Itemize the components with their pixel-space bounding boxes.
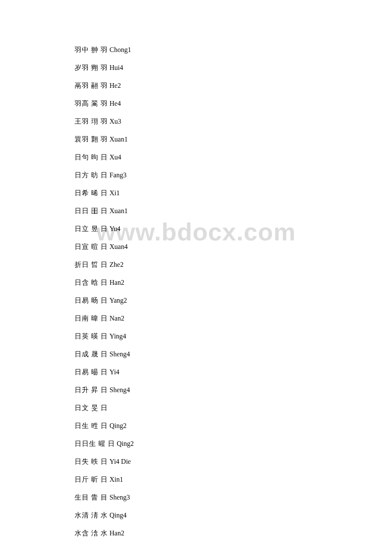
components: 日句 [75,153,89,161]
pinyin: Sheng4 [108,386,130,393]
radical: 日 [101,297,108,304]
components: 日易 [75,297,89,304]
text-line: 日文 旻 日 [75,403,330,413]
radical: 目 [101,494,108,501]
components: 日日生 [75,440,96,447]
components: 日斤 [75,476,89,483]
radical: 日 [101,458,108,465]
text-line: 日南 暐 日 Nan2 [75,313,330,324]
text-line: 日易 晹 日 Yi4 [75,367,330,377]
character: 昫 [89,153,101,161]
character: 晹 [89,368,101,376]
character: 旻 [89,404,101,411]
character: 昳 [89,458,101,465]
character: 暄 [89,243,101,250]
components: 日生 [75,422,89,429]
components: 生目 [75,494,89,501]
components: 羽中 [75,46,89,53]
pinyin: Han2 [108,279,124,286]
text-line: 日生 甠 日 Qing2 [75,421,330,431]
text-line: 日斤 昕 日 Xin1 [75,474,330,485]
radical: 日 [101,368,108,376]
pinyin: Fang3 [108,171,127,179]
character: 浛 [89,529,101,537]
pinyin: Qing2 [108,422,127,429]
radical: 日 [101,153,108,161]
text-line: 日升 昇 日 Sheng4 [75,385,330,395]
radical: 羽 [101,82,108,89]
components: 日立 [75,225,89,232]
components: 日宣 [75,243,89,250]
pinyin: He2 [108,82,121,89]
pinyin: Sheng4 [108,350,130,358]
pinyin: Ying4 [108,332,126,340]
character: 晟 [89,350,101,358]
character: 昕 [89,476,101,483]
radical: 日 [101,404,108,411]
pinyin: Xu3 [108,118,121,125]
character: 翾 [89,136,101,143]
radical: 日 [101,422,108,429]
radical: 水 [101,512,108,519]
components: 鬲羽 [75,82,89,89]
text-line: 生目 眚 目 Sheng3 [75,492,330,503]
character: 晗 [89,279,101,286]
text-line: 日含 晗 日 Han2 [75,278,330,288]
radical: 日 [108,440,115,447]
character: 翯 [89,100,101,107]
pinyin: Qing2 [115,440,134,447]
components: 水清 [75,512,89,519]
character: 昍 [89,207,101,214]
pinyin: He4 [108,100,121,107]
components: 日文 [75,404,89,411]
text-line: 水含 浛 水 Han2 [75,528,330,538]
pinyin: Xuan4 [108,243,128,250]
text-line: 水清 淸 水 Qing4 [75,510,330,520]
text-line: 日宣 暄 日 Xuan4 [75,242,330,252]
text-line: 折日 晢 日 Zhe2 [75,260,330,270]
radical: 羽 [101,46,108,53]
radical: 日 [101,261,108,268]
pinyin: Han2 [108,529,124,537]
components: 睘羽 [75,136,89,143]
document-content: 羽中 翀 羽 Chong1岁羽 翙 羽 Hui4鬲羽 翮 羽 He2羽高 翯 羽… [75,45,330,546]
components: 羽高 [75,100,89,107]
character: 翙 [89,64,101,71]
text-line: 羽中 翀 羽 Chong1 [75,45,330,55]
character: 昉 [89,171,101,179]
text-line: 日立 昱 日 Yu4 [75,224,330,234]
pinyin: Zhe2 [108,261,124,268]
radical: 羽 [101,118,108,125]
components: 日易 [75,368,89,376]
character: 暒 [96,440,108,447]
radical: 日 [101,243,108,250]
text-line: 岁羽 翙 羽 Hui4 [75,63,330,73]
components: 水含 [75,529,89,537]
pinyin: Yang2 [108,297,127,304]
components: 王羽 [75,118,89,125]
components: 日南 [75,315,89,322]
components: 日失 [75,458,89,465]
pinyin: Hui4 [108,64,123,71]
components: 日希 [75,189,89,197]
radical: 日 [101,207,108,214]
character: 暐 [89,315,101,322]
pinyin: Nan2 [108,315,124,322]
components: 岁羽 [75,64,89,71]
text-line: 日句 昫 日 Xu4 [75,152,330,162]
radical: 日 [101,386,108,393]
components: 日方 [75,171,89,179]
pinyin: Xuan1 [108,136,128,143]
radical: 羽 [101,136,108,143]
character: 晞 [89,189,101,197]
pinyin: Chong1 [108,46,131,53]
text-line: 日日 昍 日 Xuan1 [75,206,330,216]
text-line: 日成 晟 日 Sheng4 [75,349,330,359]
components: 日英 [75,332,89,340]
pinyin: Xi1 [108,189,120,197]
pinyin: Yi4 [108,368,119,376]
character: 淸 [89,512,101,519]
text-line: 羽高 翯 羽 He4 [75,98,330,109]
radical: 水 [101,529,108,537]
radical: 日 [101,225,108,232]
